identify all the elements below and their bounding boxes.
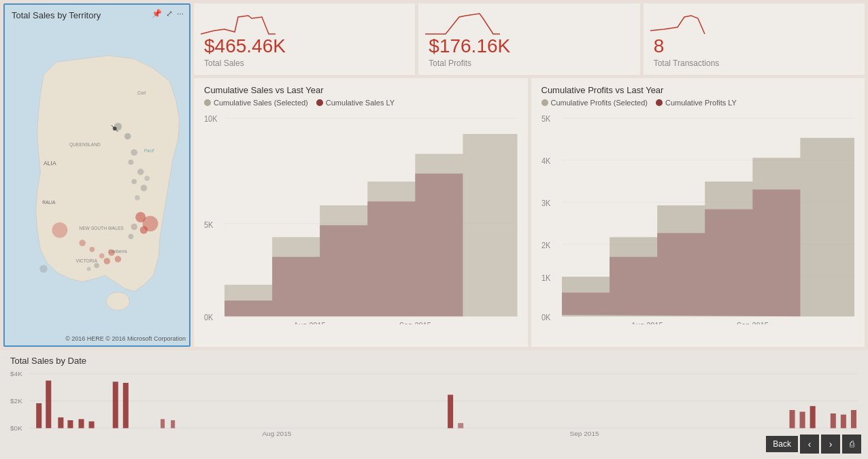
legend-label-selected: Cumulative Sales (Selected): [214, 99, 308, 107]
svg-text:Pacif: Pacif: [144, 148, 154, 153]
svg-rect-80: [790, 410, 795, 428]
back-button[interactable]: Back: [766, 436, 798, 452]
svg-point-12: [131, 149, 137, 156]
svg-text:4K: 4K: [541, 156, 550, 167]
svg-point-24: [108, 250, 115, 256]
total-transactions-label: Total Transactions: [654, 58, 854, 68]
svg-point-27: [99, 254, 105, 259]
svg-rect-84: [841, 415, 846, 428]
total-sales-sparkline: [201, 10, 337, 37]
map-icons: 📌 ⤢ ···: [152, 9, 184, 18]
svg-text:$0K: $0K: [10, 426, 23, 432]
kpi-row: $465.46K Total Sales $176.16K Total Prof…: [194, 0, 868, 78]
svg-text:5K: 5K: [204, 220, 213, 230]
svg-rect-77: [171, 420, 175, 428]
svg-point-22: [131, 224, 137, 231]
cumulative-sales-chart: 10K 5K 0K Aug 2015 Sep 2015: [204, 110, 518, 324]
svg-point-32: [79, 240, 86, 247]
total-profits-sparkline: [425, 10, 561, 37]
bottom-chart-panel: Total Sales by Date $4K $2K $0K: [0, 350, 868, 459]
svg-text:0K: 0K: [541, 312, 550, 322]
svg-point-26: [115, 256, 122, 262]
svg-point-18: [144, 175, 150, 181]
svg-text:QUEENSLAND: QUEENSLAND: [69, 142, 101, 148]
legend-profits-ly: Cumulative Profits LY: [656, 99, 737, 107]
charts-row: Cumulative Sales vs Last Year Cumulative…: [194, 78, 868, 350]
svg-text:Aug 2015: Aug 2015: [631, 320, 663, 324]
svg-rect-68: [36, 403, 41, 428]
svg-rect-78: [448, 395, 453, 428]
map-copyright: © 2016 HERE © 2016 Microsoft Corporation: [65, 335, 186, 342]
legend-label-ly: Cumulative Sales LY: [326, 99, 395, 107]
legend-profits-selected: Cumulative Profits (Selected): [541, 99, 648, 107]
svg-text:ALIA: ALIA: [44, 160, 56, 167]
svg-rect-81: [800, 412, 805, 428]
svg-point-14: [137, 169, 144, 175]
svg-point-25: [103, 258, 110, 265]
svg-rect-70: [58, 418, 63, 428]
svg-text:VICTORIA: VICTORIA: [76, 258, 98, 263]
svg-point-30: [52, 222, 67, 238]
svg-text:2K: 2K: [541, 240, 550, 250]
svg-rect-76: [161, 419, 165, 428]
more-icon[interactable]: ···: [177, 9, 184, 18]
cumulative-profits-title: Cumulative Profits vs Last Year: [541, 85, 855, 95]
legend-label-profits-ly: Cumulative Profits LY: [665, 99, 737, 107]
svg-text:1K: 1K: [541, 273, 550, 283]
legend-sales-ly: Cumulative Sales LY: [316, 99, 395, 107]
legend-dot-profits-ly: [656, 99, 663, 106]
cumulative-profits-legend: Cumulative Profits (Selected) Cumulative…: [541, 99, 855, 107]
next-button[interactable]: ›: [821, 435, 840, 454]
prev-button[interactable]: ‹: [800, 435, 819, 454]
svg-rect-79: [458, 423, 463, 428]
svg-text:RALIA: RALIA: [42, 200, 56, 205]
svg-point-23: [129, 234, 134, 239]
cumulative-sales-title: Cumulative Sales vs Last Year: [204, 85, 518, 95]
total-profits-label: Total Profits: [429, 58, 629, 68]
map-panel: Total Sales by Territory 📌 ⤢ ··· ALIA RA…: [3, 3, 190, 347]
svg-rect-75: [123, 383, 129, 428]
svg-point-16: [141, 185, 148, 192]
svg-text:$2K: $2K: [10, 398, 23, 405]
svg-point-21: [140, 226, 148, 234]
total-transactions-value: 8: [654, 37, 854, 56]
kpi-total-transactions: 8 Total Transactions: [644, 3, 865, 75]
map-svg: ALIA RALIA QUEENSLAND NEW SOUTH WALES VI…: [5, 5, 189, 345]
total-sales-value: $465.46K: [204, 37, 405, 56]
svg-rect-73: [89, 422, 95, 428]
bottom-chart-title: Total Sales by Date: [10, 356, 858, 366]
kpi-total-profits: $176.16K Total Profits: [418, 3, 639, 75]
total-sales-label: Total Sales: [204, 58, 405, 68]
legend-label-profits-selected: Cumulative Profits (Selected): [551, 99, 648, 107]
svg-point-28: [94, 263, 99, 269]
kpi-total-sales: $465.46K Total Sales: [194, 3, 415, 75]
cumulative-sales-panel: Cumulative Sales vs Last Year Cumulative…: [194, 78, 528, 347]
print-button[interactable]: ⎙: [842, 435, 861, 454]
bottom-bar-chart: $4K $2K $0K: [10, 369, 858, 437]
svg-rect-69: [46, 381, 51, 428]
legend-dot-ly: [316, 99, 323, 106]
svg-text:5K: 5K: [541, 114, 550, 124]
svg-point-15: [131, 179, 137, 184]
pin-icon[interactable]: 📌: [152, 9, 162, 18]
svg-point-1: [106, 292, 129, 311]
cumulative-profits-chart: 5K 4K 3K 2K 1K 0K Aug 2015 Sep 20: [541, 110, 855, 324]
total-transactions-sparkline: [650, 10, 786, 37]
cumulative-profits-panel: Cumulative Profits vs Last Year Cumulati…: [531, 78, 865, 347]
svg-text:$4K: $4K: [10, 371, 23, 377]
cumulative-sales-legend: Cumulative Sales (Selected) Cumulative S…: [204, 99, 518, 107]
svg-point-11: [124, 133, 131, 140]
svg-rect-82: [810, 406, 816, 428]
svg-text:NEW SOUTH WALES: NEW SOUTH WALES: [79, 226, 124, 231]
svg-text:Corl: Corl: [137, 90, 146, 95]
svg-rect-85: [851, 410, 856, 428]
svg-text:Sep 2015: Sep 2015: [570, 431, 599, 437]
total-profits-value: $176.16K: [429, 37, 629, 56]
map-title: Total Sales by Territory: [12, 10, 101, 20]
svg-text:Sep 2015: Sep 2015: [736, 320, 768, 324]
svg-text:Aug 2015: Aug 2015: [294, 320, 326, 324]
svg-text:Aug 2015: Aug 2015: [262, 431, 291, 437]
svg-point-31: [39, 265, 47, 273]
expand-icon[interactable]: ⤢: [166, 9, 173, 18]
svg-rect-71: [67, 420, 73, 428]
